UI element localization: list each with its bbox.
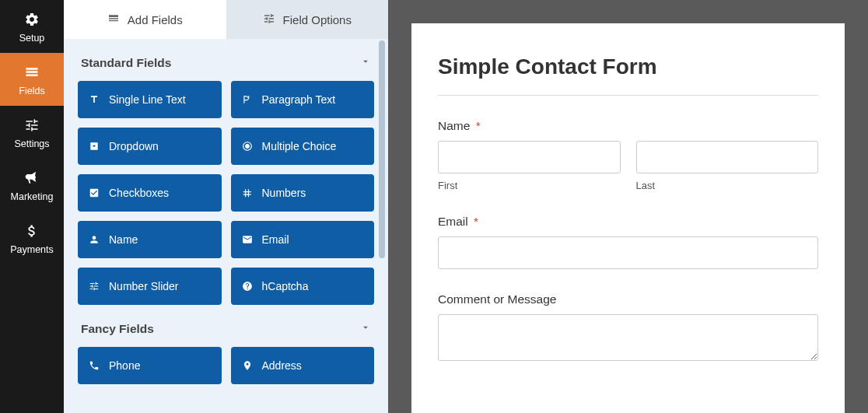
field-label: hCaptcha — [262, 280, 309, 292]
field-paragraph-text[interactable]: Paragraph Text — [231, 81, 375, 118]
fields-content: Standard Fields Single Line Text Paragra… — [64, 39, 388, 413]
required-mark: * — [474, 215, 478, 228]
sliders-icon — [89, 281, 100, 292]
field-email[interactable]: Email — [231, 221, 375, 258]
pin-icon — [242, 360, 253, 371]
paragraph-icon — [242, 94, 253, 105]
dropdown-icon — [89, 141, 100, 152]
envelope-icon — [242, 234, 253, 245]
nav-label: Fields — [19, 86, 44, 96]
phone-icon — [89, 360, 100, 371]
field-label: Paragraph Text — [262, 93, 336, 106]
field-label: Multiple Choice — [262, 140, 337, 152]
sub-label: Last — [636, 180, 819, 191]
text-icon — [89, 94, 100, 105]
section-standard-fields[interactable]: Standard Fields — [78, 39, 374, 81]
chevron-down-icon — [360, 322, 371, 336]
field-label: Dropdown — [109, 140, 159, 152]
field-phone[interactable]: Phone — [78, 347, 222, 384]
form-field-message[interactable]: Comment or Message — [438, 292, 818, 364]
form-field-email[interactable]: Email * — [438, 215, 818, 269]
nav-item-marketing[interactable]: Marketing — [0, 159, 64, 212]
nav-item-setup[interactable]: Setup — [0, 0, 64, 53]
sliders-icon — [23, 117, 40, 134]
field-label: Email * — [438, 215, 818, 229]
section-fancy-fields[interactable]: Fancy Fields — [78, 305, 374, 347]
field-label: Checkboxes — [109, 187, 169, 199]
sub-label: First — [438, 180, 621, 191]
section-title: Fancy Fields — [81, 322, 154, 336]
add-fields-icon — [107, 12, 120, 27]
field-label: Comment or Message — [438, 292, 818, 306]
checkbox-icon — [89, 187, 100, 198]
tab-field-options[interactable]: Field Options — [226, 0, 389, 39]
tab-add-fields[interactable]: Add Fields — [64, 0, 226, 39]
section-title: Standard Fields — [81, 56, 171, 70]
nav-label: Settings — [14, 138, 49, 149]
radio-icon — [242, 141, 253, 152]
scrollbar[interactable] — [379, 40, 385, 410]
nav-sidebar: Setup Fields Settings Marketing Payments — [0, 0, 64, 413]
field-label: Phone — [109, 359, 140, 372]
nav-item-settings[interactable]: Settings — [0, 106, 64, 159]
field-label: Numbers — [262, 187, 306, 199]
field-label: Single Line Text — [109, 93, 186, 106]
tab-label: Field Options — [283, 13, 352, 26]
field-number-slider[interactable]: Number Slider — [78, 268, 222, 305]
nav-label: Payments — [10, 244, 54, 255]
form-title: Simple Contact Form — [438, 54, 818, 79]
bullhorn-icon — [23, 170, 40, 187]
nav-item-payments[interactable]: Payments — [0, 212, 64, 264]
field-numbers[interactable]: Numbers — [231, 174, 375, 212]
gear-icon — [23, 11, 40, 28]
nav-item-fields[interactable]: Fields — [0, 53, 64, 106]
hash-icon — [242, 187, 253, 198]
field-label: Email — [262, 233, 289, 246]
field-label: Number Slider — [109, 280, 178, 292]
field-checkboxes[interactable]: Checkboxes — [78, 174, 222, 212]
last-name-input[interactable] — [636, 141, 819, 173]
message-textarea[interactable] — [438, 314, 818, 361]
help-icon — [242, 281, 253, 292]
dollar-icon — [23, 222, 40, 240]
first-name-input[interactable] — [438, 141, 621, 173]
field-multiple-choice[interactable]: Multiple Choice — [231, 128, 375, 165]
fields-panel: Add Fields Field Options Standard Fields… — [64, 0, 388, 413]
field-label: Name — [109, 233, 138, 246]
required-mark: * — [476, 119, 481, 132]
chevron-down-icon — [360, 56, 371, 70]
user-icon — [89, 234, 100, 245]
field-name[interactable]: Name — [78, 221, 222, 258]
field-address[interactable]: Address — [231, 347, 375, 384]
divider — [438, 95, 818, 96]
field-hcaptcha[interactable]: hCaptcha — [231, 268, 375, 305]
email-input[interactable] — [438, 236, 818, 269]
nav-label: Setup — [19, 33, 45, 44]
field-label: Address — [262, 359, 302, 372]
field-single-line-text[interactable]: Single Line Text — [78, 81, 222, 118]
form-field-name[interactable]: Name * First Last — [438, 119, 818, 191]
field-label: Name * — [438, 119, 818, 133]
form-canvas: Simple Contact Form Name * First Last — [388, 0, 868, 413]
fields-tabs: Add Fields Field Options — [64, 0, 388, 39]
form-preview: Simple Contact Form Name * First Last — [411, 23, 845, 413]
form-icon — [23, 64, 40, 81]
nav-label: Marketing — [11, 191, 54, 202]
field-dropdown[interactable]: Dropdown — [78, 128, 222, 165]
tab-label: Add Fields — [128, 13, 183, 26]
options-icon — [263, 12, 275, 27]
